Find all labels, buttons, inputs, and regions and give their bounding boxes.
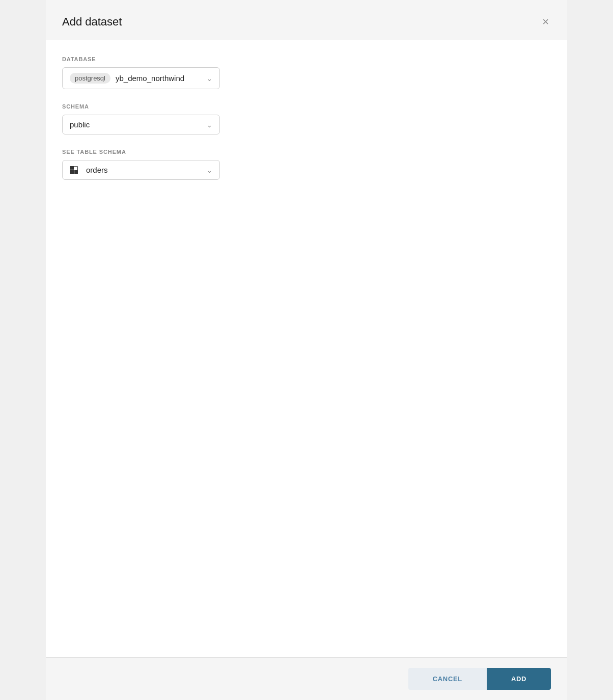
cancel-button[interactable]: CANCEL bbox=[408, 668, 487, 690]
schema-value: public bbox=[70, 120, 90, 129]
table-select[interactable]: orders ⌄ bbox=[62, 160, 220, 180]
schema-select-wrapper: public ⌄ bbox=[62, 115, 220, 134]
table-schema-label: SEE TABLE SCHEMA bbox=[62, 149, 551, 155]
schema-section: SCHEMA public ⌄ bbox=[62, 103, 551, 134]
modal-footer: CANCEL ADD bbox=[46, 657, 567, 700]
add-button[interactable]: ADD bbox=[487, 668, 551, 690]
database-section: DATABASE postgresql yb_demo_northwind ⌄ bbox=[62, 56, 551, 89]
table-grid-icon bbox=[70, 166, 78, 174]
schema-label: SCHEMA bbox=[62, 103, 551, 110]
database-label: DATABASE bbox=[62, 56, 551, 62]
schema-select[interactable]: public ⌄ bbox=[62, 115, 220, 134]
chevron-down-icon: ⌄ bbox=[207, 166, 212, 174]
chevron-down-icon: ⌄ bbox=[207, 74, 212, 82]
table-value: orders bbox=[86, 166, 108, 174]
chevron-down-icon: ⌄ bbox=[207, 121, 212, 128]
modal-container: Add dataset × DATABASE postgresql yb_dem… bbox=[46, 0, 567, 700]
database-value: yb_demo_northwind bbox=[116, 74, 184, 83]
table-schema-section: SEE TABLE SCHEMA orders ⌄ bbox=[62, 149, 551, 180]
database-select[interactable]: postgresql yb_demo_northwind ⌄ bbox=[62, 67, 220, 89]
close-button[interactable]: × bbox=[540, 14, 551, 30]
database-select-wrapper: postgresql yb_demo_northwind ⌄ bbox=[62, 67, 220, 89]
modal-header: Add dataset × bbox=[46, 0, 567, 40]
database-badge: postgresql bbox=[70, 73, 110, 84]
modal-title: Add dataset bbox=[62, 15, 122, 29]
modal-body: DATABASE postgresql yb_demo_northwind ⌄ … bbox=[46, 40, 567, 657]
table-select-wrapper: orders ⌄ bbox=[62, 160, 220, 180]
